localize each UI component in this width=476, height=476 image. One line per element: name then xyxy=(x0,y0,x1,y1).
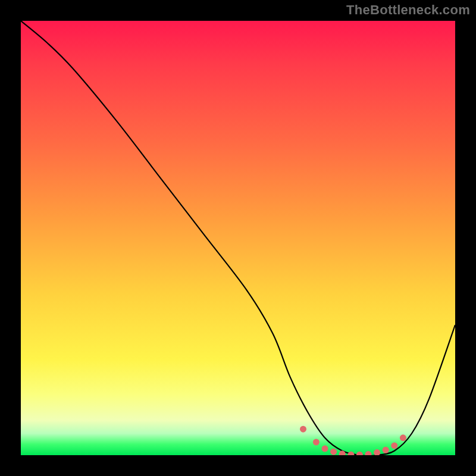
chart-svg xyxy=(21,21,455,455)
watermark-text: TheBottleneck.com xyxy=(346,2,470,18)
marker-dot xyxy=(365,451,372,455)
marker-dot xyxy=(374,449,380,455)
marker-dot xyxy=(300,426,306,433)
marker-dot xyxy=(347,452,354,455)
marker-dot xyxy=(391,442,397,449)
optimal-zone-dots xyxy=(300,426,406,455)
marker-dot xyxy=(383,447,389,453)
marker-dot xyxy=(322,446,328,452)
bottleneck-curve-path xyxy=(21,21,455,455)
chart-stage: TheBottleneck.com xyxy=(0,0,476,476)
marker-dot xyxy=(330,449,337,455)
marker-dot xyxy=(400,434,406,441)
marker-dot xyxy=(313,439,320,446)
marker-dot xyxy=(356,452,363,455)
plot-area xyxy=(21,21,455,455)
